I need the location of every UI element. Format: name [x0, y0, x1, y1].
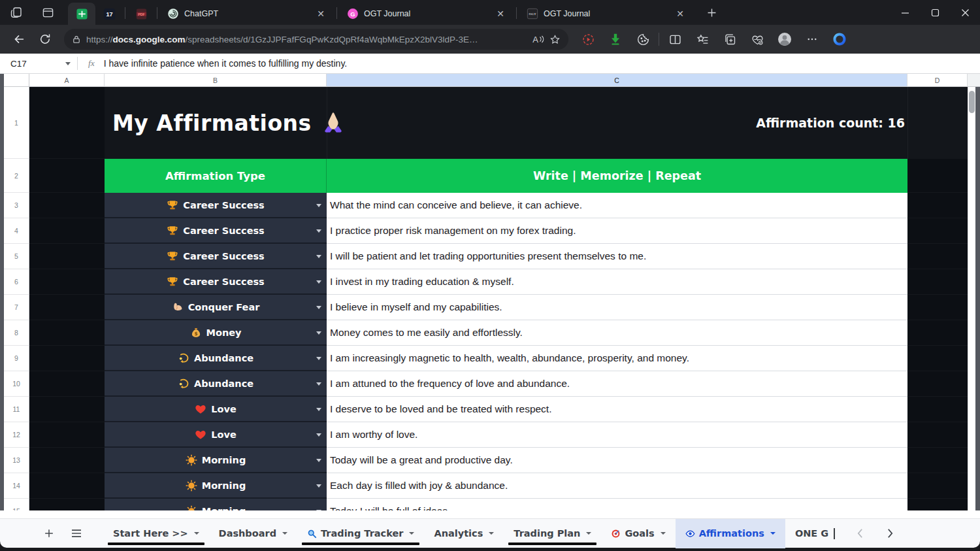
vertical-scrollbar-thumb[interactable] [969, 91, 975, 113]
sheet-tab-dropdown-icon[interactable] [409, 532, 414, 535]
affirmation-text-cell[interactable]: Today I will be full of ideas [327, 499, 907, 510]
maximize-icon[interactable] [920, 0, 950, 25]
tab-ogt-journal-2[interactable]: OGT OGT Journal ✕ [519, 3, 694, 25]
pinned-tab-pdf[interactable]: PDF [127, 3, 155, 25]
browser-essentials-icon[interactable] [745, 28, 769, 50]
close-window-icon[interactable] [950, 0, 980, 25]
pinned-tab-tradingview[interactable]: 17 [95, 3, 123, 25]
affirmation-type-cell[interactable]: Career Success [105, 193, 327, 218]
cell-d[interactable] [907, 218, 968, 244]
cell-a[interactable] [29, 346, 105, 371]
sheet-tab[interactable]: Trading Tracker [297, 519, 424, 548]
read-aloud-icon[interactable]: A [532, 35, 544, 44]
column-header-c[interactable]: C [327, 74, 907, 87]
affirmation-text-cell[interactable]: I practice proper risk management on my … [327, 218, 907, 244]
affirmation-text-cell[interactable]: Today will be a great and productive day… [327, 448, 907, 473]
row-header[interactable]: 14 [4, 473, 29, 499]
sheet-tab-dropdown-icon[interactable] [586, 532, 591, 535]
dropdown-arrow-icon[interactable] [316, 255, 321, 258]
dropdown-arrow-icon[interactable] [316, 331, 321, 335]
cell-a[interactable] [29, 244, 105, 269]
tab-close-icon[interactable]: ✕ [493, 7, 508, 21]
affirmation-type-cell[interactable]: Love [105, 422, 327, 448]
split-screen-icon[interactable] [663, 28, 687, 50]
dropdown-arrow-icon[interactable] [316, 484, 321, 488]
sheet-tab-dropdown-icon[interactable] [661, 532, 666, 535]
sheet-tab[interactable]: Goals [601, 519, 675, 548]
refresh-icon[interactable] [34, 28, 56, 50]
affirmation-type-cell[interactable]: Morning [105, 448, 327, 473]
affirmation-text-cell[interactable]: I am worthy of love. [327, 422, 907, 448]
vertical-scrollbar[interactable] [968, 87, 975, 510]
type-column-header[interactable]: Affirmation Type [105, 159, 327, 193]
affirmation-type-cell[interactable]: Career Success [105, 218, 327, 244]
dropdown-arrow-icon[interactable] [316, 306, 321, 309]
dropdown-arrow-icon[interactable] [316, 510, 321, 511]
favorites-hub-icon[interactable] [691, 28, 714, 50]
sheet-tab-dropdown-icon[interactable] [489, 532, 494, 535]
dropdown-arrow-icon[interactable] [316, 433, 321, 437]
name-box[interactable]: C17 [0, 59, 77, 69]
favorite-star-icon[interactable] [549, 34, 561, 45]
affirmation-text-cell[interactable]: What the mind can conceive and believe, … [327, 193, 907, 218]
row-header[interactable]: 1 [4, 87, 29, 159]
all-sheets-menu-icon[interactable] [65, 522, 88, 544]
row-header[interactable]: 13 [4, 448, 29, 473]
dropdown-arrow-icon[interactable] [316, 204, 321, 207]
affirmation-type-cell[interactable]: Money [105, 320, 327, 346]
workspaces-icon[interactable] [5, 1, 27, 24]
affirmation-text-cell[interactable]: I invest in my trading education & mysel… [327, 269, 907, 295]
row-header[interactable]: 8 [4, 320, 29, 346]
cookie-extension-icon[interactable] [631, 28, 655, 50]
select-all-corner[interactable] [4, 74, 29, 87]
sheet-tab[interactable]: Start Here >> [103, 519, 209, 548]
row-header[interactable]: 5 [4, 244, 29, 269]
dropdown-arrow-icon[interactable] [316, 280, 321, 284]
row-header[interactable]: 12 [4, 422, 29, 448]
row-header[interactable]: 11 [4, 397, 29, 422]
row-header[interactable]: 2 [4, 159, 29, 193]
cell-d[interactable] [907, 295, 968, 320]
affirmation-type-cell[interactable]: Love [105, 397, 327, 422]
cell-d[interactable] [907, 159, 968, 193]
affirmation-text-cell[interactable]: I am increasingly magnetic to health, we… [327, 346, 907, 371]
cell-d[interactable] [907, 397, 968, 422]
cell-a[interactable] [29, 422, 105, 448]
sheet-tab[interactable]: Trading Plan [504, 519, 601, 548]
sheet-tab[interactable]: Analytics [424, 519, 504, 548]
sheet-tab[interactable]: Dashboard [209, 519, 297, 548]
affirmation-text-cell[interactable]: I will be patient and let trading opport… [327, 244, 907, 269]
namebox-dropdown-icon[interactable] [65, 62, 71, 65]
cell-d[interactable] [907, 499, 968, 510]
formula-value[interactable]: I have infinite patience when it comes t… [104, 58, 347, 69]
row-header[interactable]: 10 [4, 371, 29, 397]
cell-a[interactable] [29, 269, 105, 295]
extension-blocker-icon[interactable] [576, 28, 600, 50]
sheet-tab-dropdown-icon[interactable] [770, 532, 776, 535]
cell-d[interactable] [907, 193, 968, 218]
affirmation-text-cell[interactable]: I believe in myself and my capabilities. [327, 295, 907, 320]
affirmation-type-cell[interactable]: Career Success [105, 269, 327, 295]
tab-close-icon[interactable]: ✕ [314, 7, 328, 21]
affirmation-type-cell[interactable]: Career Success [105, 244, 327, 269]
title-band[interactable]: My Affirmations Affirmation count: 16 [105, 87, 968, 159]
address-bar[interactable]: https://docs.google.com/spreadsheets/d/1… [64, 29, 568, 50]
affirmation-text-cell[interactable]: Money comes to me easily and effortlessl… [327, 320, 907, 346]
dropdown-arrow-icon[interactable] [316, 229, 321, 233]
dropdown-arrow-icon[interactable] [316, 357, 321, 360]
next-sheets-icon[interactable] [884, 527, 897, 540]
sheet-tab[interactable]: ONE G [785, 519, 845, 548]
copilot-icon[interactable] [828, 28, 851, 50]
row-header[interactable]: 4 [4, 218, 29, 244]
cell-d[interactable] [907, 244, 968, 269]
cell-a[interactable] [29, 499, 105, 510]
row-header[interactable]: 6 [4, 269, 29, 295]
cell-a[interactable] [29, 397, 105, 422]
pinned-tab-google-sheets[interactable] [68, 3, 95, 25]
cell-a[interactable] [29, 295, 105, 320]
affirmation-column-header[interactable]: Write | Memorize | Repeat [327, 159, 907, 193]
row-header[interactable]: 15 [4, 499, 29, 510]
collections-icon[interactable] [718, 28, 742, 50]
sheet-tab-dropdown-icon[interactable] [194, 532, 199, 535]
affirmation-type-cell[interactable]: Morning [105, 499, 327, 510]
